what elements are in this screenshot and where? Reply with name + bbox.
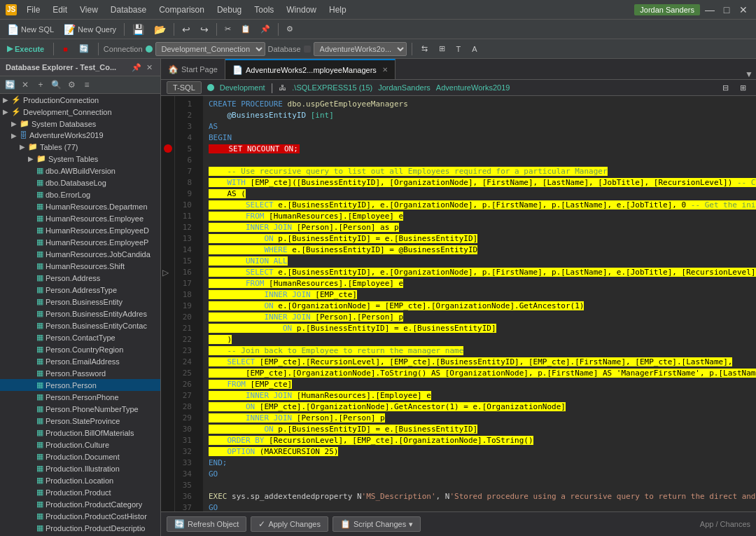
db-new-conn-icon[interactable]: + <box>34 78 48 92</box>
db-settings-icon[interactable]: ⚙ <box>64 78 78 92</box>
connection-dropdown[interactable]: Development_Connection <box>155 42 265 56</box>
tree-item[interactable]: ▦HumanResources.Employee <box>0 212 160 224</box>
tree-item[interactable]: ▦Production.Document <box>0 451 160 462</box>
menu-comparison[interactable]: Comparison <box>153 4 210 16</box>
db-more-icon[interactable]: ≡ <box>80 78 94 92</box>
tree-item[interactable]: ▦Person.Address <box>0 272 160 284</box>
menu-edit[interactable]: Edit <box>47 4 73 16</box>
editor-maximize-button[interactable]: ⊞ <box>736 82 750 94</box>
toolbar-btn-font[interactable]: A <box>468 43 481 55</box>
new-sql-button[interactable]: 📄 New SQL <box>3 22 58 36</box>
tree-item[interactable]: ▦HumanResources.JobCandida <box>0 248 160 260</box>
tree-item[interactable]: ▦Person.BusinessEntity <box>0 296 160 308</box>
new-query-button[interactable]: 📝 New Query <box>59 22 120 36</box>
menu-debug[interactable]: Debug <box>211 4 247 16</box>
close-button[interactable]: ✕ <box>736 3 750 17</box>
tree-item[interactable]: ▦Person.PhoneNumberType <box>0 403 160 415</box>
toolbar-btn-redo[interactable]: ↪ <box>196 22 213 36</box>
tree-item[interactable]: ▶📁System Tables <box>0 153 160 165</box>
db-filter-icon[interactable]: 🔍 <box>49 78 63 92</box>
menu-database[interactable]: Database <box>105 4 152 16</box>
tab-start-page[interactable]: 🏠 Start Page <box>161 59 225 79</box>
db-disconnect-icon[interactable]: ✕ <box>18 78 32 92</box>
code-line: END; <box>209 458 750 469</box>
tree-item[interactable]: ▦Person.PersonPhone <box>0 391 160 403</box>
toolbar-btn-grid[interactable]: ⊞ <box>435 43 449 55</box>
menu-file[interactable]: File <box>21 4 46 16</box>
tree-item[interactable]: ▦Production.Location <box>0 474 160 486</box>
code-line: FROM [EMP_cte] <box>209 379 750 390</box>
toolbar-btn-paste[interactable]: 📌 <box>256 23 274 35</box>
code-line <box>209 480 750 491</box>
tree-item[interactable]: ▦Production.Product <box>0 486 160 498</box>
minimize-button[interactable]: — <box>703 3 717 17</box>
menu-view[interactable]: View <box>74 4 104 16</box>
tsql-mode-button[interactable]: T-SQL <box>167 81 202 94</box>
tabs-overflow-button[interactable]: ▼ <box>742 69 756 79</box>
tree-item[interactable]: ▶📁System Databases <box>0 118 160 130</box>
sql-code-editor[interactable]: CREATE PROCEDURE dbo.uspGetEmployeeManag… <box>203 96 756 511</box>
tree-item[interactable]: ▦Person.BusinessEntityAddres <box>0 308 160 319</box>
menu-tools[interactable]: Tools <box>248 4 279 16</box>
db-explorer-panel: Database Explorer - Test_Co... 📌 ✕ 🔄 ✕ +… <box>0 59 161 536</box>
tree-item[interactable]: ▦Person.ContactType <box>0 331 160 343</box>
execute-button[interactable]: ▶ Execute <box>3 43 48 55</box>
tree-item[interactable]: ▦Person.BusinessEntityContac <box>0 319 160 331</box>
toolbar-btn-copy[interactable]: 📋 <box>237 23 255 35</box>
toolbar-btn-compare[interactable]: ⇆ <box>417 43 432 55</box>
tree-item[interactable]: ▦Production.Illustration <box>0 462 160 474</box>
refresh-button[interactable]: 🔄 <box>75 43 93 55</box>
tree-item[interactable]: ▦Production.ProductDescriptio <box>0 522 160 534</box>
db-explorer-close-button[interactable]: ✕ <box>144 62 155 73</box>
menu-window[interactable]: Window <box>281 4 322 16</box>
toolbar-btn-settings[interactable]: ⚙ <box>282 23 298 35</box>
db-explorer-pin-button[interactable]: 📌 <box>131 62 142 73</box>
tree-item[interactable]: ▦dbo.DatabaseLog <box>0 177 160 188</box>
tree-item[interactable]: ▶🗄AdventureWorks2019 <box>0 130 160 141</box>
tree-item[interactable]: ▦Person.AddressType <box>0 284 160 296</box>
tree-item[interactable]: ▦Production.ProductCostHistor <box>0 510 160 522</box>
tree-item[interactable]: ▦HumanResources.EmployeeP <box>0 236 160 248</box>
tree-item[interactable]: ▦Person.Person <box>0 379 160 391</box>
tree-item[interactable]: ▦Person.Password <box>0 367 160 379</box>
tree-item[interactable]: ▶⚡Development_Connection <box>0 106 160 118</box>
tree-label: HumanResources.Employee <box>46 214 144 223</box>
tab-employee-managers[interactable]: 📄 AdventureWorks2...mployeeManagers ✕ <box>225 59 396 79</box>
table-icon: ▦ <box>36 523 43 532</box>
stop-button[interactable]: ■ <box>59 43 72 55</box>
tab-close-button[interactable]: ✕ <box>382 66 388 74</box>
title-bar-right: Jordan Sanders — □ ✕ <box>634 3 750 17</box>
tree-item[interactable]: ▦HumanResources.EmployeeD <box>0 224 160 236</box>
tree-item[interactable]: ▦HumanResources.Departmen <box>0 200 160 212</box>
editor-split-button[interactable]: ⊟ <box>718 82 733 94</box>
tree-item[interactable]: ▦dbo.ErrorLog <box>0 188 160 200</box>
toolbar-btn-cut[interactable]: ✂ <box>220 23 235 35</box>
tree-item[interactable]: ▦Production.Culture <box>0 439 160 451</box>
tree-arrow: ▶ <box>3 108 11 116</box>
database-dropdown[interactable]: AdventureWorks2o... <box>314 42 407 56</box>
tree-item[interactable]: ▦dbo.AWBuildVersion <box>0 165 160 177</box>
refresh-object-button[interactable]: 🔄 Refresh Object <box>167 516 246 532</box>
apply-changes-button[interactable]: ✓ Apply Changes <box>251 516 328 532</box>
tree-label: Person.EmailAddress <box>46 357 120 366</box>
refresh-icon: 🔄 <box>174 519 185 529</box>
tree-item[interactable]: ▦Person.StateProvince <box>0 415 160 427</box>
maximize-button[interactable]: □ <box>720 3 734 17</box>
table-icon: ▦ <box>36 190 43 198</box>
toolbar-btn-text[interactable]: T <box>452 43 465 55</box>
tree-item[interactable]: ▦Person.EmailAddress <box>0 355 160 367</box>
toolbar-btn-undo[interactable]: ↩ <box>178 22 195 36</box>
script-changes-button[interactable]: 📋 Script Changes ▾ <box>332 516 421 532</box>
tree-item[interactable]: ▦HumanResources.Shift <box>0 260 160 272</box>
tree-item[interactable]: ▦Production.BillOfMaterials <box>0 427 160 439</box>
tree-item[interactable]: ▦Production.ProductCategory <box>0 498 160 510</box>
menu-help[interactable]: Help <box>323 4 352 16</box>
toolbar-btn-open[interactable]: 📂 <box>150 22 170 36</box>
gutter: ▷ <box>161 96 175 511</box>
db-refresh-icon[interactable]: 🔄 <box>3 78 17 92</box>
tree-item[interactable]: ▶📁Tables (77) <box>0 141 160 153</box>
tree-item[interactable]: ▶⚡ProductionConnection <box>0 94 160 106</box>
toolbar-btn-save[interactable]: 💾 <box>128 22 148 36</box>
code-line: SELECT [EMP_cte].[RecursionLevel], [EMP_… <box>209 357 750 368</box>
tree-item[interactable]: ▦Person.CountryRegion <box>0 343 160 355</box>
